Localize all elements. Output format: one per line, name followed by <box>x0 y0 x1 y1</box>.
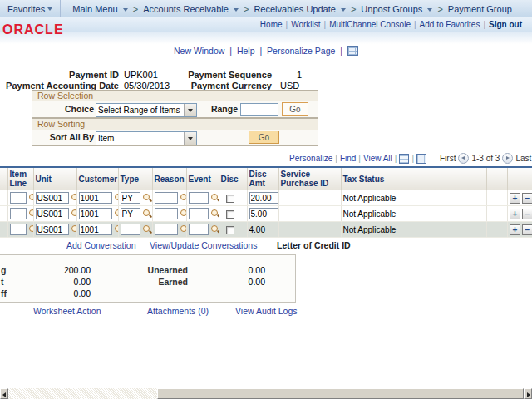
reason-input[interactable] <box>155 192 178 204</box>
link-separator: | <box>340 46 342 56</box>
add-row-button[interactable]: + <box>510 224 520 235</box>
lookup-icon[interactable] <box>114 193 119 203</box>
view-update-wrap: View/Update Conversations <box>150 240 257 250</box>
sign-out-link[interactable]: Sign out <box>489 20 522 29</box>
payment-group-page: Favorites Main Menu > Accounts Receivabl… <box>0 0 532 399</box>
breadcrumb-unpost-groups[interactable]: Unpost Groups <box>361 4 432 14</box>
personalize-page-link[interactable]: Personalize Page <box>267 46 335 56</box>
unit-input[interactable] <box>36 208 69 219</box>
col-delete <box>520 167 532 190</box>
home-link[interactable]: Home <box>260 20 283 29</box>
row-selection-go-button[interactable]: Go <box>282 102 308 116</box>
range-input[interactable] <box>240 103 278 116</box>
sort-all-by-select[interactable]: Item <box>96 131 197 145</box>
type-input[interactable] <box>121 224 140 235</box>
item-line-input[interactable] <box>10 208 27 219</box>
scroll-right-button[interactable] <box>524 388 532 399</box>
col-unit: Unit <box>33 167 76 190</box>
customer-input[interactable] <box>79 224 112 235</box>
range-label: Range <box>199 104 238 114</box>
col-item-line: Item Line <box>7 167 33 190</box>
lookup-icon[interactable] <box>142 193 152 203</box>
lookup-icon[interactable] <box>142 209 152 219</box>
total-value: 200.00 <box>34 265 91 276</box>
customer-input[interactable] <box>79 208 112 219</box>
personalize-layout-icon[interactable] <box>347 46 358 56</box>
col-tax-status: Tax Status <box>341 167 486 190</box>
find-link[interactable]: Find <box>340 154 356 163</box>
add-row-button[interactable]: + <box>510 209 520 219</box>
lookup-icon[interactable] <box>142 224 152 234</box>
lookup-icon[interactable] <box>71 209 77 219</box>
scrollbar-thumb[interactable] <box>157 388 524 399</box>
delete-row-button[interactable]: − <box>522 209 532 219</box>
scroll-left-button[interactable] <box>0 388 8 399</box>
worklist-link[interactable]: Worklist <box>291 20 320 29</box>
disc-checkbox[interactable] <box>226 195 234 203</box>
view-audit-logs-wrap: View Audit Logs <box>235 306 298 316</box>
pager-first-label[interactable]: First <box>440 154 456 163</box>
pager-last-label[interactable]: Last <box>515 154 531 163</box>
lookup-icon[interactable] <box>71 193 77 203</box>
type-input[interactable] <box>121 208 140 219</box>
view-all-link[interactable]: View All <box>363 154 392 163</box>
lookup-icon[interactable] <box>28 209 34 219</box>
utility-link-bar: Home | Worklist | MultiChannel Console |… <box>0 17 532 32</box>
lookup-icon[interactable] <box>180 209 187 219</box>
item-line-input[interactable] <box>10 192 27 204</box>
row-sorting-go-button[interactable]: Go <box>249 131 279 144</box>
lookup-icon[interactable] <box>28 193 34 203</box>
next-rows-icon[interactable] <box>502 153 513 164</box>
disc-checkbox[interactable] <box>226 210 234 219</box>
new-window-link[interactable]: New Window <box>174 46 224 56</box>
disc-amt-input[interactable] <box>249 192 279 204</box>
lookup-icon[interactable] <box>210 224 219 234</box>
add-row-button[interactable]: + <box>510 193 520 204</box>
event-input[interactable] <box>189 208 209 219</box>
customer-input[interactable] <box>79 192 112 204</box>
lookup-icon[interactable] <box>210 209 219 219</box>
worksheet-action-link[interactable]: Worksheet Action <box>33 306 101 316</box>
choice-select[interactable]: Select Range of Items <box>96 103 197 117</box>
item-line-input[interactable] <box>10 224 27 235</box>
lookup-icon[interactable] <box>71 224 77 234</box>
reason-input[interactable] <box>155 224 178 235</box>
horizontal-scrollbar[interactable] <box>0 388 532 399</box>
lookup-icon[interactable] <box>114 224 119 234</box>
unit-input[interactable] <box>36 224 69 235</box>
add-to-favorites-link[interactable]: Add to Favorites <box>420 20 480 29</box>
previous-rows-icon[interactable] <box>458 153 469 164</box>
multichannel-console-link[interactable]: MultiChannel Console <box>329 20 411 29</box>
delete-row-button[interactable]: − <box>522 224 532 235</box>
event-input[interactable] <box>189 224 209 235</box>
view-update-conversations-link[interactable]: View/Update Conversations <box>150 240 257 250</box>
unit-input[interactable] <box>36 192 69 204</box>
attachments-link[interactable]: Attachments (0) <box>147 306 209 316</box>
download-to-excel-icon[interactable] <box>399 154 409 164</box>
lookup-icon[interactable] <box>28 224 34 234</box>
link-separator: | <box>229 46 232 56</box>
zoom-grid-icon[interactable] <box>416 154 426 164</box>
disc-amt-input[interactable] <box>249 208 279 219</box>
service-purchase-id-cell <box>278 206 341 222</box>
lookup-icon[interactable] <box>180 224 187 234</box>
add-conversation-link[interactable]: Add Conversation <box>66 240 135 250</box>
favorites-menu[interactable]: Favorites <box>2 0 61 17</box>
type-input[interactable] <box>121 192 140 204</box>
letter-of-credit-label: Letter of Credit ID <box>277 240 351 250</box>
delete-row-button[interactable]: − <box>522 193 532 204</box>
lookup-icon[interactable] <box>180 193 187 203</box>
help-link[interactable]: Help <box>237 46 255 56</box>
breadcrumb-receivables-update[interactable]: Receivables Update <box>254 4 346 14</box>
breadcrumb-accounts-receivable[interactable]: Accounts Receivable <box>143 4 239 14</box>
view-audit-logs-link[interactable]: View Audit Logs <box>235 306 298 316</box>
breadcrumb-main-menu[interactable]: Main Menu <box>72 4 127 14</box>
col-event: Event <box>186 167 219 190</box>
link-separator: | <box>335 154 337 163</box>
lookup-icon[interactable] <box>114 209 119 219</box>
lookup-icon[interactable] <box>210 193 219 203</box>
event-input[interactable] <box>189 192 209 204</box>
reason-input[interactable] <box>155 208 178 219</box>
disc-checkbox[interactable] <box>226 226 234 234</box>
personalize-grid-link[interactable]: Personalize <box>289 154 332 163</box>
